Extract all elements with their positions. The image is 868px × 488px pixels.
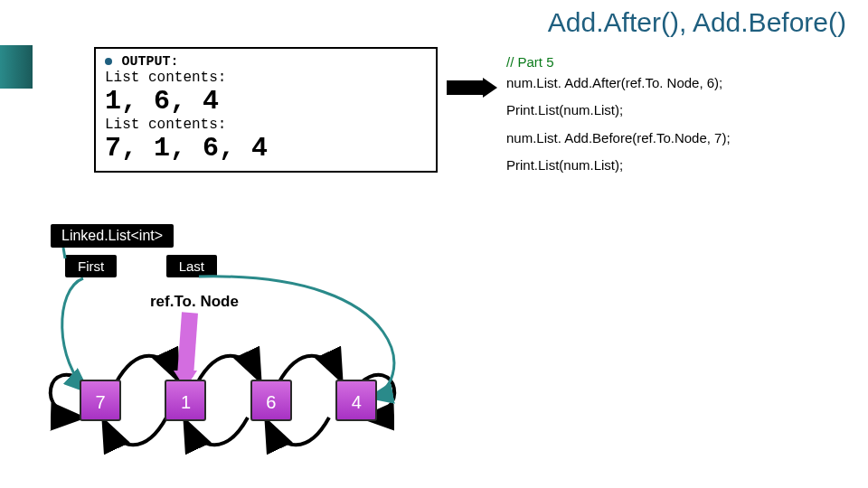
svg-line-0 [63,248,65,258]
node-6: 6 [250,380,292,421]
link-arrows-svg [0,0,868,488]
node-1: 1 [165,380,206,421]
node-4: 4 [335,380,377,421]
node-7: 7 [80,380,121,421]
